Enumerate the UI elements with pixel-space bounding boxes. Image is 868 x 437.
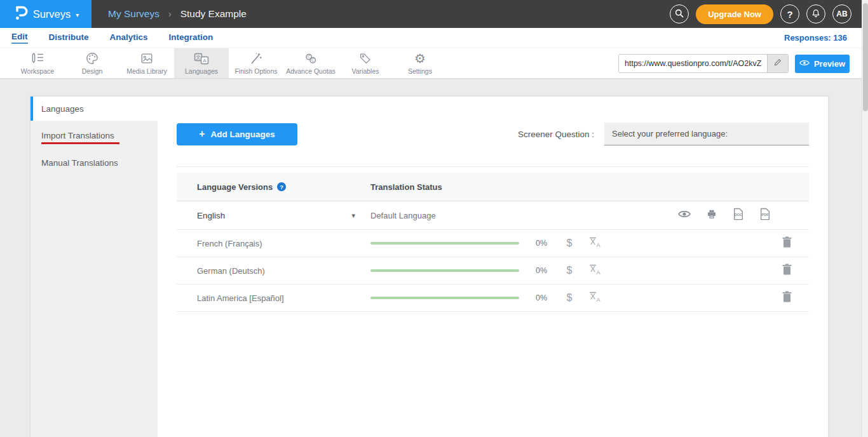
export-pdf-icon[interactable]: PDF bbox=[759, 208, 771, 223]
toolbar-tab-label: Languages bbox=[185, 67, 218, 75]
sidebar-item-manual-translations[interactable]: Manual Translations bbox=[31, 150, 158, 175]
search-icon bbox=[674, 8, 684, 20]
languages-card: Languages Import Translations Manual Tra… bbox=[31, 97, 828, 437]
delete-language-icon[interactable] bbox=[782, 291, 792, 305]
svg-text:A: A bbox=[596, 269, 600, 276]
export-doc-icon[interactable]: DOC bbox=[733, 208, 744, 223]
toolbar-tab-label: Workspace bbox=[21, 67, 54, 75]
sidebar-item-label: Manual Translations bbox=[41, 158, 118, 168]
sidebar-item-label: Import Translations bbox=[41, 131, 119, 144]
default-language-name: English bbox=[197, 211, 225, 220]
translation-percent: 0% bbox=[531, 266, 552, 275]
language-name: German (Deutsch) bbox=[197, 266, 265, 276]
sidebar-secondary: Import Translations Manual Translations bbox=[31, 121, 158, 437]
questionpro-logo-icon bbox=[13, 4, 28, 24]
help-icon[interactable]: ? bbox=[277, 182, 286, 191]
product-switcher[interactable]: Surveys ▾ bbox=[0, 0, 92, 28]
tab-edit[interactable]: Edit bbox=[11, 32, 28, 44]
svg-text:A: A bbox=[596, 242, 600, 248]
upgrade-now-button[interactable]: Upgrade Now bbox=[696, 4, 773, 24]
sidebar-item-label: Languages bbox=[41, 104, 84, 114]
sidebar-item-languages[interactable]: Languages bbox=[31, 97, 158, 121]
paid-translation-icon[interactable]: $ bbox=[562, 265, 577, 276]
toolbar-tab-advance-quotas[interactable]: C C Advance Quotas bbox=[283, 48, 338, 78]
svg-text:X: X bbox=[590, 292, 595, 301]
preview-label: Preview bbox=[814, 59, 845, 69]
breadcrumb: My Surveys › Study Example bbox=[108, 8, 247, 20]
svg-text:C: C bbox=[308, 55, 311, 59]
translation-progress-bar bbox=[370, 269, 519, 272]
vertical-scrollbar bbox=[862, 0, 868, 437]
toolbar-tab-label: Finish Options bbox=[234, 67, 277, 75]
question-mark-icon: ? bbox=[787, 9, 792, 20]
column-language-versions: Language Versions bbox=[197, 182, 273, 192]
search-button[interactable] bbox=[670, 4, 689, 24]
preview-button[interactable]: Preview bbox=[795, 55, 850, 73]
toolbar-tab-label: Media Library bbox=[126, 67, 167, 75]
toolbar-tab-label: Advance Quotas bbox=[286, 67, 336, 75]
add-languages-label: Add Languages bbox=[211, 130, 275, 139]
language-name: French (Français) bbox=[197, 239, 262, 248]
paid-translation-icon[interactable]: $ bbox=[562, 238, 577, 249]
auto-translate-icon[interactable]: X A bbox=[588, 291, 602, 305]
tab-distribute[interactable]: Distribute bbox=[49, 32, 89, 43]
toolbar-tab-design[interactable]: Design bbox=[65, 48, 119, 78]
bell-icon bbox=[811, 8, 821, 20]
column-translation-status: Translation Status bbox=[370, 182, 442, 192]
svg-text:A: A bbox=[596, 297, 600, 303]
screener-question-value: Select your preferred language: bbox=[612, 129, 728, 138]
topbar-actions: Upgrade Now ? AB bbox=[670, 0, 851, 28]
eye-icon bbox=[799, 59, 810, 69]
edit-url-button[interactable] bbox=[767, 55, 788, 72]
toolbar-tab-finish-options[interactable]: Finish Options bbox=[229, 48, 283, 78]
toolbar-tab-languages[interactable]: 文 A Languages bbox=[174, 48, 229, 78]
responses-count[interactable]: Responses: 136 bbox=[784, 33, 847, 43]
delete-language-icon[interactable] bbox=[782, 236, 792, 250]
paid-translation-icon[interactable]: $ bbox=[562, 292, 577, 304]
notifications-button[interactable] bbox=[806, 4, 825, 24]
translate-icon: 文 A bbox=[193, 51, 210, 65]
toolbar-tab-media-library[interactable]: Media Library bbox=[119, 48, 174, 78]
tab-integration[interactable]: Integration bbox=[169, 32, 214, 43]
survey-url-input[interactable] bbox=[619, 55, 767, 72]
table-row-default-language: English ▾ Default Language bbox=[177, 201, 809, 230]
palette-icon bbox=[85, 51, 100, 65]
auto-translate-icon[interactable]: X A bbox=[588, 264, 602, 278]
add-languages-button[interactable]: + Add Languages bbox=[177, 123, 297, 145]
help-button[interactable]: ? bbox=[780, 4, 799, 24]
survey-nav: Edit Distribute Analytics Integration Re… bbox=[0, 28, 868, 48]
breadcrumb-separator: › bbox=[168, 9, 172, 19]
avatar[interactable]: AB bbox=[832, 4, 851, 24]
auto-translate-icon[interactable]: X A bbox=[588, 236, 602, 250]
default-language-dropdown[interactable]: English ▾ bbox=[177, 211, 370, 220]
language-name: Latin America [Español] bbox=[197, 293, 284, 303]
table-row-language: German (Deutsch) 0% $ X A bbox=[177, 257, 809, 285]
svg-text:文: 文 bbox=[196, 55, 201, 60]
view-translation-icon[interactable] bbox=[678, 210, 691, 221]
toolbar-tab-label: Settings bbox=[408, 67, 432, 75]
tab-analytics[interactable]: Analytics bbox=[110, 32, 148, 43]
chain-link-icon: C C bbox=[303, 51, 318, 65]
breadcrumb-my-surveys[interactable]: My Surveys bbox=[108, 8, 159, 20]
print-icon[interactable] bbox=[706, 209, 717, 222]
screener-question-select[interactable]: Select your preferred language: bbox=[604, 123, 809, 145]
pencil-icon bbox=[773, 58, 782, 69]
breadcrumb-current-survey: Study Example bbox=[180, 8, 247, 20]
svg-text:C: C bbox=[311, 58, 315, 62]
toolbar-tab-workspace[interactable]: Workspace bbox=[10, 48, 65, 78]
table-row-language: Latin America [Español] 0% $ X A bbox=[177, 285, 809, 312]
chevron-down-icon[interactable]: ▾ bbox=[351, 212, 355, 220]
edit-toolbar: Workspace Design Media Library 文 bbox=[0, 48, 868, 79]
svg-text:DOC: DOC bbox=[735, 213, 742, 217]
toolbar-tab-settings[interactable]: ⚙ Settings bbox=[393, 48, 447, 78]
screener-question-label: Screener Question : bbox=[518, 130, 594, 139]
chevron-down-icon: ▾ bbox=[76, 11, 79, 18]
translation-percent: 0% bbox=[531, 293, 552, 302]
page-background: Languages Import Translations Manual Tra… bbox=[0, 79, 868, 437]
delete-language-icon[interactable] bbox=[782, 264, 792, 278]
image-icon bbox=[139, 51, 154, 65]
scrollbar-thumb[interactable] bbox=[863, 3, 868, 111]
svg-text:PDF: PDF bbox=[761, 213, 769, 217]
toolbar-tab-variables[interactable]: Variables bbox=[338, 48, 393, 78]
sidebar-item-import-translations[interactable]: Import Translations bbox=[31, 124, 158, 150]
